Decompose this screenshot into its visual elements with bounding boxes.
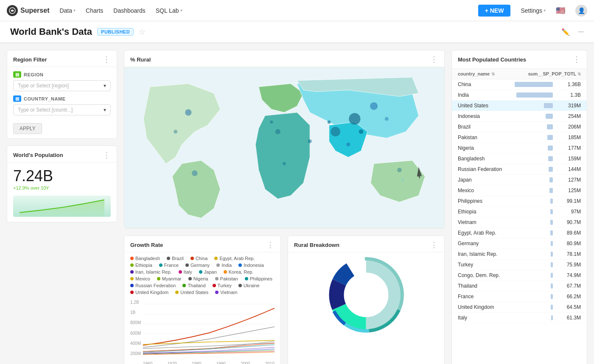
country-name: China <box>458 81 515 87</box>
population-bar <box>551 241 553 246</box>
svg-point-12 <box>283 162 286 165</box>
table-row[interactable]: South Africa 54M <box>452 323 587 325</box>
table-row[interactable]: Pakistan 185M <box>452 132 587 143</box>
table-row[interactable]: Russian Federation 144M <box>452 164 587 175</box>
country-field-label: COUNTRY_NAME <box>24 96 66 101</box>
table-row[interactable]: Indonesia 254M <box>452 111 587 122</box>
growth-rate-menu[interactable]: ⋮ <box>266 240 275 249</box>
favorite-star[interactable]: ☆ <box>139 27 146 36</box>
population-value: 144M <box>555 166 581 172</box>
table-row[interactable]: Ethiopia 97M <box>452 207 587 217</box>
table-column-headers: country_name ⇅ sum__SP_POP_TOTL ⇅ <box>452 69 587 79</box>
legend-dot <box>182 284 186 287</box>
legend-dot <box>191 257 194 260</box>
table-row[interactable]: Philippines 99.1M <box>452 196 587 207</box>
region-select[interactable]: Type or Select [region] ▾ <box>13 80 111 91</box>
population-bar <box>549 177 553 182</box>
settings-menu[interactable]: Settings ▾ <box>521 7 546 14</box>
population-value: 319M <box>555 103 581 109</box>
table-row[interactable]: Congo, Dem. Rep. 74.9M <box>452 270 587 281</box>
x-axis-label: 2000 <box>241 361 250 364</box>
table-row[interactable]: Iran, Islamic Rep. 78.1M <box>452 249 587 260</box>
country-name: Thailand <box>458 283 530 289</box>
x-axis-labels: 196019701980199020002010 <box>143 361 275 364</box>
table-row[interactable]: China 1.36B <box>452 79 587 90</box>
region-filter-header: Region Filter ⋮ <box>7 50 117 67</box>
user-avatar[interactable]: 👤 <box>575 5 587 17</box>
population-bar <box>549 167 553 172</box>
nav-charts[interactable]: Charts <box>86 7 103 14</box>
map-menu[interactable]: ⋮ <box>430 55 438 64</box>
world-pop-menu[interactable]: ⋮ <box>103 150 111 160</box>
table-row[interactable]: Nigeria 177M <box>452 143 587 154</box>
legend-dot <box>238 263 242 267</box>
table-row[interactable]: Thailand 67.7M <box>452 281 587 291</box>
country-name: India <box>458 92 516 98</box>
country-col-header: country_name <box>458 71 490 76</box>
table-row[interactable]: Turkey 75.9M <box>452 260 587 270</box>
population-value: 125M <box>555 188 581 193</box>
table-row[interactable]: Mexico 125M <box>452 185 587 196</box>
population-bar <box>551 273 553 278</box>
table-row[interactable]: Japan 127M <box>452 175 587 185</box>
svg-point-11 <box>308 139 312 143</box>
legend-item: Pakistan <box>215 276 238 281</box>
new-button[interactable]: + NEW <box>478 5 511 17</box>
legend-item: Bangladesh <box>130 256 160 261</box>
country-name: Germany <box>458 241 530 246</box>
population-change: +12.9% over 10Y <box>13 185 111 190</box>
flag-icon[interactable]: 🇺🇸 <box>556 6 565 15</box>
country-sort-icon[interactable]: ⇅ <box>491 72 495 76</box>
legend-item: Italy <box>179 269 192 274</box>
table-row[interactable]: India 1.3B <box>452 90 587 101</box>
table-row[interactable]: Egypt, Arab Rep. 89.6M <box>452 228 587 238</box>
x-axis-label: 2010 <box>265 361 275 364</box>
table-row[interactable]: United States 319M <box>452 101 587 111</box>
edit-icon[interactable]: ✏️ <box>561 28 570 36</box>
population-value: 99.1M <box>555 198 581 204</box>
table-row[interactable]: Brazil 206M <box>452 122 587 132</box>
region-filter-menu[interactable]: ⋮ <box>103 55 111 64</box>
legend-dot <box>159 263 163 267</box>
population-bar <box>551 305 553 310</box>
country-name: Philippines <box>458 198 530 204</box>
table-row[interactable]: Italy 61.3M <box>452 313 587 323</box>
population-value: 80.9M <box>555 241 581 246</box>
y-axis-label: 200M <box>130 351 141 356</box>
nav-data[interactable]: Data ▾ <box>59 7 76 14</box>
country-name: Vietnam <box>458 219 530 225</box>
legend-item: Turkey <box>213 283 232 288</box>
table-row[interactable]: Vietnam 90.7M <box>452 217 587 228</box>
pop-sort-icon[interactable]: ⇅ <box>577 72 581 76</box>
table-row[interactable]: Bangladesh 159M <box>452 154 587 164</box>
country-name: France <box>458 294 530 300</box>
table-row[interactable]: France 66.2M <box>452 291 587 302</box>
legend-item: Brazil <box>167 256 184 261</box>
population-value: 7.24B <box>13 168 111 185</box>
logo[interactable]: Superset <box>7 5 49 16</box>
growth-rate-card: Growth Rate ⋮ BangladeshBrazilChinaEgypt… <box>124 235 281 364</box>
svg-point-2 <box>349 113 360 125</box>
country-name: Congo, Dem. Rep. <box>458 272 530 278</box>
country-name: Egypt, Arab Rep. <box>458 230 530 236</box>
x-axis-label: 1980 <box>192 361 201 364</box>
legend-item: Korea, Rep. <box>224 269 254 274</box>
country-filter-icon: ▤ <box>13 95 21 102</box>
nav-sql-lab[interactable]: SQL Lab ▾ <box>156 7 182 14</box>
legend-item: Philippines <box>245 276 272 281</box>
rural-breakdown-menu[interactable]: ⋮ <box>430 240 438 249</box>
country-select[interactable]: Type or Select [countr...] ▾ <box>13 104 111 115</box>
legend-item: Germany <box>185 263 210 268</box>
legend-dot <box>157 277 160 280</box>
nav-dashboards[interactable]: Dashboards <box>113 7 146 14</box>
legend-dot <box>130 263 134 267</box>
table-row[interactable]: Germany 80.9M <box>452 238 587 249</box>
more-options-icon[interactable]: ··· <box>578 28 584 36</box>
population-bar <box>550 230 553 235</box>
most-populated-menu[interactable]: ⋮ <box>573 55 581 64</box>
legend-item: Ethiopia <box>130 263 152 268</box>
x-axis-label: 1960 <box>143 361 152 364</box>
apply-button[interactable]: APPLY <box>13 123 42 134</box>
legend-dot <box>245 277 248 280</box>
table-row[interactable]: United Kingdom 64.5M <box>452 302 587 313</box>
